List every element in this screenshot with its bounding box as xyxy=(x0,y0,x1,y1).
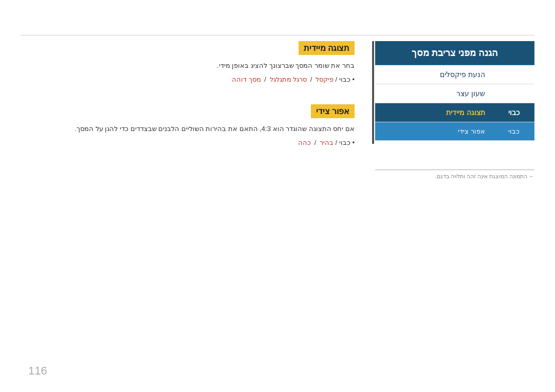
main-content: תצוגה מיידית בחר את שומר המסך שברצונך לה… xyxy=(31,41,355,159)
vertical-bar xyxy=(372,41,374,144)
panel-row-timer[interactable]: שעון עצר xyxy=(375,84,534,103)
section-gray: אפור צידי אם יחס התצוגה שהוגדר הוא 4:3, … xyxy=(31,104,355,146)
panel-row-gray-label: אפור צידי xyxy=(375,122,493,140)
panel-row-pixels[interactable]: הנעת פיקסלים xyxy=(375,65,534,84)
section1-links: • כבוי / פיקסל / סרגל מתגלגל / מסך דוהה xyxy=(31,76,355,83)
section2-links: • כבוי / בהיר / כהה xyxy=(31,139,355,146)
panel-row-pixels-label: הנעת פיקסלים xyxy=(375,65,493,84)
panel-row-immediate[interactable]: כבוי תצוגה מיידית xyxy=(375,103,534,122)
section1-sep1: / xyxy=(308,76,312,83)
section2-link-dark[interactable]: כהה xyxy=(298,139,311,146)
section2-title: אפור צידי xyxy=(311,104,355,118)
panel-row-gray[interactable]: כבוי אפור צידי xyxy=(375,122,534,141)
section2-links-prefix: • כבוי / xyxy=(336,139,355,146)
right-panel: הגנה מפני צריבת מסך הנעת פיקסלים שעון עצ… xyxy=(375,41,534,141)
page-container: הגנה מפני צריבת מסך הנעת פיקסלים שעון עצ… xyxy=(0,0,555,392)
panel-row-immediate-value: כבוי xyxy=(493,103,534,122)
section2-description: אם יחס התצוגה שהוגדר הוא 4:3, התאם את בה… xyxy=(31,123,355,135)
section1-link-scroll[interactable]: סרגל מתגלגל xyxy=(270,76,307,83)
page-number: 116 xyxy=(28,364,47,378)
panel-row-pixels-value xyxy=(493,69,534,80)
panel-header-text: הגנה מפני צריבת מסך xyxy=(412,48,498,58)
panel-row-timer-label: שעון עצר xyxy=(375,84,493,103)
section-divider xyxy=(31,96,355,96)
panel-row-immediate-label: תצוגה מיידית xyxy=(375,103,493,122)
section1-link-pixel[interactable]: פיקסל xyxy=(316,76,334,83)
section2-link-bright[interactable]: בהיר xyxy=(320,139,334,146)
section1-link-fade[interactable]: מסך דוהה xyxy=(232,76,261,83)
section2-sep1: / xyxy=(312,139,316,146)
footnote-text: ← התמונה המוצגת אינה זהה ותלויה בדגם. xyxy=(435,173,534,179)
section-immediate: תצוגה מיידית בחר את שומר המסך שברצונך לה… xyxy=(31,41,355,83)
section1-links-prefix: • כבוי / xyxy=(336,76,355,83)
section1-title: תצוגה מיידית xyxy=(299,41,355,55)
section1-sep2: / xyxy=(263,76,266,83)
panel-row-gray-value: כבוי xyxy=(493,122,534,140)
section1-description: בחר את שומר המסך שברצונך להציג באופן מיד… xyxy=(31,60,355,71)
top-divider xyxy=(21,35,534,35)
panel-row-timer-value xyxy=(493,88,534,99)
panel-header: הגנה מפני צריבת מסך xyxy=(375,41,534,65)
footnote: ← התמונה המוצגת אינה זהה ותלויה בדגם. xyxy=(375,170,534,180)
